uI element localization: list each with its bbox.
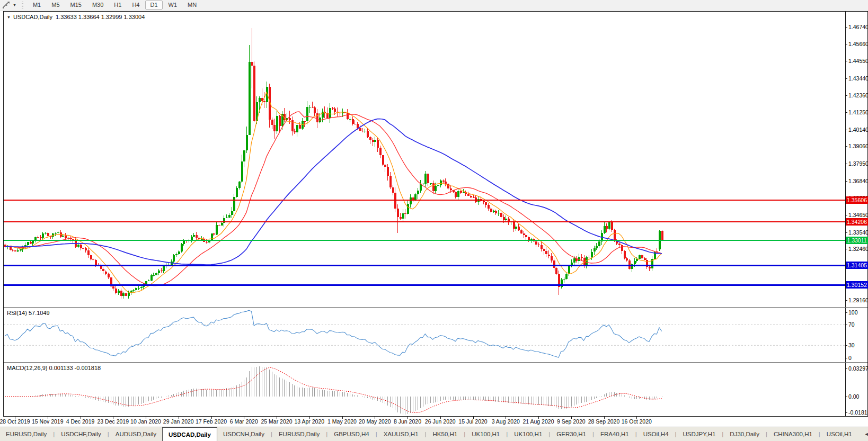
tab-scroll-controls: ◄► [858,427,868,441]
chevron-down-icon[interactable]: ▼ [13,3,16,7]
chart-symbol-label: USDCAD,Daily [13,14,52,20]
price-axis-label: 1.40140 [848,127,868,133]
price-line-badge: 1.31405 [846,262,868,269]
time-axis-label: 8 Jun 2020 [394,418,421,425]
tab-usdcad-daily[interactable]: USDCAD,Daily [162,427,217,441]
time-axis-label: 25 Mar 2020 [261,418,293,425]
price-axis-tick [845,249,847,249]
tab-ger30-h1[interactable]: GER30,H1 [551,427,592,441]
timeframe-button-h1[interactable]: H1 [109,1,126,10]
price-axis-tick [845,130,847,130]
tab-usdjpy-h1[interactable]: USDJPY,H1 [677,427,722,441]
tab-uk100-h1[interactable]: UK100,H1 [466,427,506,441]
time-axis-label: 21 Aug 2020 [523,418,554,425]
macd-axis-tick [845,397,847,397]
macd-label: MACD(12,26,9) 0.001133 -0.001818 [7,365,101,371]
price-axis-label: 1.45660 [848,41,868,47]
rsi-axis-label: 70 [848,321,855,328]
tab-fra40-h1[interactable]: FRA40,H1 [595,427,635,441]
time-axis-label: 20 May 2020 [359,418,391,425]
time-axis-label: 15 Jul 2020 [458,418,487,425]
tab-usoil-h4[interactable]: USOil,H4 [637,427,675,441]
time-axis-label: 28 Oct 2019 [0,418,30,425]
price-axis-label: 1.29160 [848,297,868,303]
tab-gbpusd-h4[interactable]: GBPUSD,H4 [328,427,375,441]
price-axis-label: 1.33540 [848,229,868,236]
price-axis-tick [845,78,847,79]
time-axis-label: 6 Mar 2020 [230,418,258,425]
timeframe-button-m1[interactable]: M1 [28,1,46,10]
rsi-indicator-plot[interactable] [4,308,845,362]
tab-dj30-daily[interactable]: DJ30,Daily [724,427,765,441]
time-axis-label: 23 Dec 2019 [97,418,129,425]
rsi-axis-tick [845,312,847,313]
price-axis-label: 1.46740 [848,24,868,30]
tab-eurusd-daily[interactable]: EURUSD,Daily [273,427,325,441]
rsi-axis-tick [845,325,847,325]
macd-axis-tick [845,412,847,413]
timeframe-button-h4[interactable]: H4 [127,1,144,10]
chart-title: ▼USDCAD,Daily 1.33633 1.33664 1.32999 1.… [7,14,145,20]
time-axis-label: 1 May 2020 [327,418,357,425]
macd-axis-label: 0.00 [848,393,859,400]
price-line-badge: 1.35606 [846,196,868,204]
price-axis-label: 1.32460 [848,246,868,252]
rsi-axis-label: 0 [848,355,852,361]
price-line-badge: 1.30152 [846,281,868,289]
price-chart-plot[interactable] [4,11,845,307]
rsi-axis-label: 30 [848,342,855,348]
price-axis-label: 1.36840 [848,178,868,184]
time-axis-label: 9 Sep 2020 [557,418,586,425]
price-axis-tick [845,146,847,147]
rsi-axis-tick [845,358,847,358]
time-axis-label: 3 Aug 2020 [492,418,520,425]
rsi-axis-tick [845,345,847,346]
price-axis-label: 1.42360 [848,92,868,98]
macd-indicator-plot[interactable] [4,363,845,416]
price-axis-label: 1.37950 [848,160,868,167]
tab-xauusd-h1[interactable]: XAUUSD,H1 [378,427,424,441]
tab-usoil-h1[interactable]: USOil,H1 [821,427,858,441]
price-axis-label: 1.44550 [848,58,868,64]
macd-axis-label: 0.032972 [848,365,868,372]
timeframe-buttons: M1M5M15M30H1H4D1W1MN [28,1,202,10]
timeframe-button-m15[interactable]: M15 [66,1,86,10]
timeframe-toolbar: ▼ M1M5M15M30H1H4D1W1MN [0,0,868,11]
time-axis-label: 16 Oct 2020 [622,418,652,425]
collapse-triangle-icon[interactable]: ▼ [7,15,11,19]
rsi-panel-separator[interactable] [4,307,867,308]
time-axis-label: 28 Sep 2020 [588,418,620,425]
price-axis-tick [845,215,847,215]
time-axis-label: 15 Nov 2019 [32,418,64,425]
drawing-tools-icon [2,1,11,9]
time-axis-label: 26 Jun 2020 [425,418,456,425]
timeframe-button-m5[interactable]: M5 [47,1,64,10]
macd-panel-separator[interactable] [4,362,867,363]
price-axis-tick [845,181,847,182]
tab-eurusd-daily[interactable]: EURUSD,Daily [0,427,52,441]
macd-axis-label: -0.018154 [848,409,868,416]
tab-usdchf-daily[interactable]: USDCHF,Daily [55,427,107,441]
tabs-scroll-left-icon[interactable]: ◄ [864,431,868,437]
tab-china300-h1[interactable]: CHINA300,H1 [768,427,818,441]
price-axis-label: 1.43440 [848,75,868,82]
time-axis-label: 17 Feb 2020 [196,418,227,425]
timeframe-button-mn[interactable]: MN [183,1,201,10]
chart-tab-bar: EURUSD,Daily|USDCHF,Daily|AUDUSD,DailyUS… [0,427,868,441]
price-axis-tick [845,300,847,301]
timeframe-button-w1[interactable]: W1 [164,1,182,10]
tab-hk50-h1[interactable]: HK50,H1 [427,427,464,441]
timeframe-button-m30[interactable]: M30 [87,1,108,10]
price-axis-label: 1.41250 [848,109,868,115]
tab-audusd-daily[interactable]: AUDUSD,Daily [110,427,162,441]
price-axis-line [845,11,846,417]
price-line-badge: 1.33011 [846,237,868,244]
tab-usdcnh-daily[interactable]: USDCNH,Daily [217,427,270,441]
time-axis-label: 4 Dec 2019 [66,418,95,425]
drawing-tool-button[interactable]: ▼ [0,1,19,9]
price-axis-tick [845,95,847,96]
price-axis-label: 1.39060 [848,143,868,149]
timeframe-button-d1[interactable]: D1 [145,1,162,10]
tab-uk100-h1[interactable]: UK100,H1 [508,427,548,441]
price-axis-tick [845,61,847,61]
